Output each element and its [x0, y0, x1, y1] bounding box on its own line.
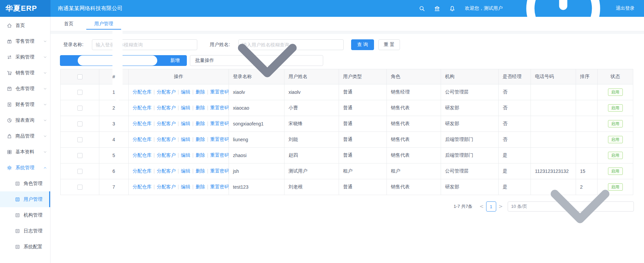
sidebar-item-label: 系统配置	[24, 244, 42, 250]
current-page-button[interactable]: 1	[486, 201, 496, 212]
action-link-重置密码[interactable]: 重置密码	[210, 89, 229, 95]
action-separator: |	[154, 168, 155, 174]
sidebar-item-system[interactable]: 系统管理	[0, 160, 50, 176]
action-link-分配仓库[interactable]: 分配仓库	[133, 121, 151, 126]
action-separator: |	[154, 184, 155, 189]
page-size-select[interactable]: 10 条/页	[508, 201, 634, 212]
action-separator: |	[207, 121, 208, 126]
row-index: 6	[99, 163, 129, 179]
cell-phone	[531, 84, 576, 100]
sidebar-item-label: 日志管理	[24, 228, 42, 234]
action-link-分配仓库[interactable]: 分配仓库	[133, 137, 151, 142]
action-link-重置密码[interactable]: 重置密码	[210, 137, 229, 142]
action-link-编辑[interactable]: 编辑	[181, 105, 190, 110]
action-link-编辑[interactable]: 编辑	[181, 137, 190, 142]
add-button[interactable]: 新增	[60, 55, 187, 66]
row-index: 3	[99, 116, 129, 132]
action-link-删除[interactable]: 删除	[196, 121, 205, 126]
row-checkbox[interactable]	[77, 137, 82, 142]
action-link-重置密码[interactable]: 重置密码	[210, 168, 229, 174]
welcome-text: 欢迎您，测试用户	[465, 5, 503, 11]
sidebar-item-retail[interactable]: 零售管理	[0, 33, 50, 49]
bell-icon[interactable]	[449, 5, 455, 12]
reset-button[interactable]: 重 置	[378, 39, 400, 50]
row-checkbox[interactable]	[77, 90, 82, 95]
action-link-编辑[interactable]: 编辑	[181, 168, 190, 174]
action-link-分配客户[interactable]: 分配客户	[157, 137, 176, 142]
prev-page-button[interactable]: <	[477, 203, 486, 210]
action-link-删除[interactable]: 删除	[196, 105, 205, 110]
action-link-分配客户[interactable]: 分配客户	[157, 168, 176, 174]
action-separator: |	[178, 184, 179, 189]
sidebar-item-goods[interactable]: 商品管理	[0, 128, 50, 144]
sidebar-item-label: 仓库管理	[15, 86, 34, 92]
action-link-分配仓库[interactable]: 分配仓库	[133, 168, 151, 174]
row-checkbox[interactable]	[77, 169, 82, 174]
cell-organization: 公司管理层	[441, 163, 499, 179]
chevron-down-icon	[43, 103, 47, 107]
sidebar-item-finance[interactable]: 财务管理	[0, 97, 50, 112]
sidebar-item-log[interactable]: 日志管理	[0, 223, 50, 239]
action-link-删除[interactable]: 删除	[196, 168, 205, 174]
cell-organization: 研发部	[441, 100, 499, 116]
tab-home[interactable]: 首页	[61, 17, 76, 31]
action-link-分配客户[interactable]: 分配客户	[157, 105, 176, 110]
next-page-button[interactable]: >	[496, 203, 505, 210]
action-link-编辑[interactable]: 编辑	[181, 184, 190, 189]
action-link-分配客户[interactable]: 分配客户	[157, 184, 176, 189]
action-link-分配客户[interactable]: 分配客户	[157, 121, 176, 126]
action-link-分配客户[interactable]: 分配客户	[157, 89, 176, 95]
action-link-重置密码[interactable]: 重置密码	[210, 184, 229, 189]
sidebar-item-purchase[interactable]: 采购管理	[0, 49, 50, 65]
action-separator: |	[192, 184, 194, 189]
chevron-down-icon	[43, 55, 47, 59]
action-link-删除[interactable]: 删除	[196, 184, 205, 189]
batch-operation-button[interactable]: 批量操作	[190, 55, 323, 66]
cell-user-type: 普通	[339, 116, 387, 132]
sidebar-item-sales[interactable]: 销售管理	[0, 65, 50, 81]
cell-user-type: 普通	[339, 148, 387, 163]
sidebar-item-reports[interactable]: 报表查询	[0, 112, 50, 128]
action-link-分配仓库[interactable]: 分配仓库	[133, 184, 151, 189]
bank-icon[interactable]	[434, 5, 440, 12]
row-checkbox[interactable]	[77, 121, 82, 126]
tab-user-management[interactable]: 用户管理	[92, 17, 116, 31]
sidebar-item-warehouse[interactable]: 仓库管理	[0, 81, 50, 97]
sidebar-item-config[interactable]: 系统配置	[0, 239, 50, 255]
action-link-编辑[interactable]: 编辑	[181, 89, 190, 95]
sidebar-item-user[interactable]: 用户管理	[0, 191, 50, 207]
row-checkbox[interactable]	[77, 185, 82, 190]
action-link-删除[interactable]: 删除	[196, 89, 205, 95]
cell-user-name: 宋晓锋	[284, 116, 339, 132]
action-link-删除[interactable]: 删除	[196, 137, 205, 142]
action-separator: |	[207, 152, 208, 158]
action-link-分配仓库[interactable]: 分配仓库	[133, 105, 151, 110]
action-link-删除[interactable]: 删除	[196, 152, 205, 158]
page-size-value: 10 条/页	[511, 203, 527, 210]
action-link-重置密码[interactable]: 重置密码	[210, 121, 229, 126]
home-icon	[7, 23, 12, 28]
row-checkbox[interactable]	[77, 106, 82, 111]
select-all-checkbox[interactable]	[77, 74, 82, 79]
sidebar-item-role[interactable]: 角色管理	[0, 176, 50, 191]
chevron-up-icon	[43, 166, 47, 170]
doc-icon	[15, 181, 20, 186]
query-button[interactable]: 查 询	[351, 39, 374, 50]
action-link-编辑[interactable]: 编辑	[181, 121, 190, 126]
action-link-分配仓库[interactable]: 分配仓库	[133, 152, 151, 158]
action-link-分配仓库[interactable]: 分配仓库	[133, 89, 151, 95]
sidebar-item-org[interactable]: 机构管理	[0, 207, 50, 223]
action-link-重置密码[interactable]: 重置密码	[210, 105, 229, 110]
action-link-分配客户[interactable]: 分配客户	[157, 152, 176, 158]
action-link-重置密码[interactable]: 重置密码	[210, 152, 229, 158]
action-link-编辑[interactable]: 编辑	[181, 152, 190, 158]
main-content: 首页 用户管理 登录名称: 用户姓名: 查 询 重 置 新增 批量操作	[50, 17, 644, 263]
sidebar-item-label: 机构管理	[24, 212, 42, 218]
sidebar-item-home[interactable]: 首页	[0, 17, 50, 33]
row-checkbox[interactable]	[77, 153, 82, 158]
sidebar-item-basic[interactable]: 基本资料	[0, 144, 50, 160]
action-separator: |	[207, 168, 208, 174]
sidebar-item-label: 零售管理	[15, 38, 34, 44]
cell-is-manager: 是	[499, 179, 531, 195]
search-icon[interactable]	[419, 5, 425, 12]
